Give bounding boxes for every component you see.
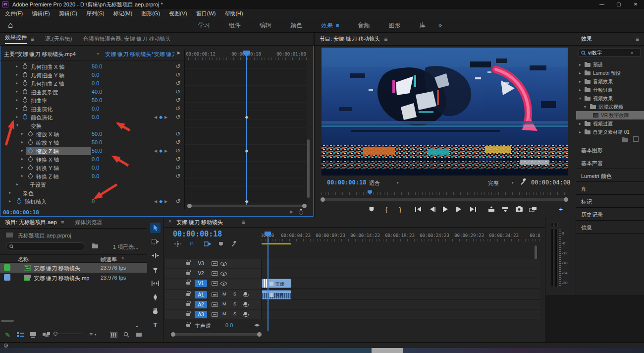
- workspace-assembly[interactable]: 组件: [229, 21, 241, 30]
- track-label-active[interactable]: A3: [195, 311, 207, 318]
- go-to-in-button[interactable]: [413, 204, 424, 214]
- chevron-down-icon[interactable]: ▾: [579, 96, 581, 101]
- label-chip-blue[interactable]: [4, 274, 10, 281]
- stopwatch-icon[interactable]: [28, 174, 33, 178]
- stopwatch-icon[interactable]: [28, 132, 33, 136]
- track-label[interactable]: V3: [195, 260, 207, 267]
- timeline-ruler[interactable]: :00:00 00:00:04:23 00:00:09:23 00:00:14:…: [262, 232, 540, 242]
- ripple-edit-tool[interactable]: [150, 250, 161, 261]
- zoom-handle-left[interactable]: [171, 332, 175, 337]
- sync-lock-icon[interactable]: [212, 271, 218, 276]
- close-tab-icon[interactable]: ×: [168, 219, 171, 224]
- mark-out-button[interactable]: }: [395, 204, 406, 214]
- chevron-right-icon[interactable]: ▸: [21, 157, 23, 161]
- project-search-box[interactable]: [6, 242, 85, 250]
- zoom-slider-knob[interactable]: [54, 332, 57, 336]
- solo-button[interactable]: S: [233, 292, 236, 296]
- next-keyframe-icon[interactable]: ▶: [164, 149, 169, 153]
- solo-button[interactable]: S: [233, 311, 236, 316]
- audio-clip[interactable]: 安娜: [262, 290, 291, 299]
- param-value[interactable]: 0.0: [92, 165, 99, 171]
- export-frame-camera-icon[interactable]: [514, 204, 525, 214]
- chevron-right-icon[interactable]: ▸: [579, 88, 581, 92]
- chevron-right-icon[interactable]: ▸: [579, 121, 581, 126]
- workspace-graphics[interactable]: 图形: [388, 21, 400, 30]
- hand-tool[interactable]: [150, 306, 161, 316]
- sync-lock-icon[interactable]: [212, 302, 218, 307]
- mark-in-button[interactable]: {: [381, 204, 392, 214]
- add-keyframe-icon[interactable]: ◆: [159, 199, 164, 204]
- taskbar-thumb[interactable]: [372, 348, 403, 353]
- stopwatch-icon[interactable]: [28, 166, 33, 170]
- keyframe-timeline[interactable]: [185, 60, 307, 203]
- next-clip-icon[interactable]: ▶: [177, 51, 180, 55]
- lock-icon[interactable]: [186, 272, 190, 275]
- search-bin-icon[interactable]: [92, 244, 98, 248]
- tab-source-monitor[interactable]: 源:(无剪辑): [45, 35, 72, 43]
- mute-button[interactable]: M: [222, 301, 226, 306]
- voiceover-mic-icon[interactable]: [244, 312, 247, 315]
- reset-icon[interactable]: ↺: [175, 114, 180, 120]
- timeline-timecode[interactable]: 00:00:00:18: [173, 230, 222, 238]
- stopwatch-icon[interactable]: [23, 81, 27, 86]
- new-custom-bin-icon[interactable]: [622, 138, 628, 142]
- workspace-learning[interactable]: 学习: [198, 21, 210, 30]
- voiceover-mic-icon[interactable]: [244, 292, 247, 295]
- keyframe-diamond[interactable]: ◆: [245, 199, 249, 204]
- panel-menu-icon[interactable]: ≡: [384, 36, 387, 43]
- stopwatch-icon[interactable]: [23, 107, 27, 111]
- lock-icon[interactable]: [186, 324, 190, 327]
- panel-history[interactable]: 历史记录: [576, 207, 644, 220]
- next-keyframe-icon[interactable]: ▶: [164, 115, 169, 119]
- tree-bin-custom-bin-01[interactable]: ▸ 自定义素材箱 01: [576, 128, 644, 136]
- ec-zoom-scrollbar[interactable]: [189, 205, 304, 207]
- column-name[interactable]: 名称: [18, 256, 29, 263]
- toggle-animation-legend-icon[interactable]: [299, 210, 303, 215]
- mute-button[interactable]: M: [222, 292, 226, 296]
- panel-essential-sound[interactable]: 基本声音: [576, 156, 644, 169]
- zoom-level-select[interactable]: 适合: [369, 179, 380, 187]
- extract-button[interactable]: [500, 204, 511, 214]
- param-value[interactable]: 0.0: [92, 80, 99, 86]
- program-ruler[interactable]: [322, 190, 568, 196]
- master-volume-value[interactable]: 0.0: [225, 322, 233, 328]
- mute-button[interactable]: M: [222, 311, 226, 316]
- panel-menu-icon[interactable]: ≡: [61, 219, 64, 226]
- track-a3[interactable]: A3MS: [165, 310, 540, 319]
- menu-file[interactable]: 文件(F): [5, 10, 23, 17]
- step-back-button[interactable]: [427, 204, 437, 214]
- chevron-right-icon[interactable]: ▸: [16, 182, 18, 186]
- chevron-right-icon[interactable]: ▸: [16, 89, 18, 94]
- minimize-button[interactable]: —: [593, 0, 610, 9]
- sort-ascending-icon[interactable]: ∧: [121, 256, 124, 260]
- timeline-vscrollbar[interactable]: [535, 245, 537, 259]
- chevron-right-icon[interactable]: ▸: [21, 131, 23, 136]
- tab-sequence[interactable]: 安娜 镰刀 移动镜头: [176, 219, 223, 226]
- chevron-right-icon[interactable]: ▸: [21, 148, 23, 153]
- workspace-editing[interactable]: 编辑: [260, 21, 271, 30]
- tree-bin-lumetri-presets[interactable]: ▸ Lumetri 预设: [576, 69, 644, 77]
- video-clip[interactable]: 安娜: [262, 279, 291, 288]
- track-label[interactable]: V2: [195, 270, 207, 277]
- home-icon[interactable]: ⌂: [8, 20, 13, 30]
- freeform-view-button[interactable]: [43, 327, 51, 342]
- writable-indicator-icon[interactable]: ✎: [5, 327, 10, 342]
- pen-tool[interactable]: [150, 292, 161, 302]
- tree-bin-video-effects[interactable]: ▾ 视频效果: [576, 94, 644, 103]
- zoom-slider-track[interactable]: [54, 334, 82, 334]
- linked-selection-icon[interactable]: [204, 241, 212, 247]
- chevron-down-icon[interactable]: ▾: [97, 52, 99, 56]
- chevron-right-icon[interactable]: ▸: [579, 79, 581, 84]
- nest-sequence-icon[interactable]: [174, 241, 181, 247]
- program-video-frame[interactable]: [322, 48, 568, 176]
- param-value[interactable]: 0.0: [92, 106, 99, 112]
- reset-icon[interactable]: ↺: [175, 105, 180, 112]
- effects-search-input[interactable]: [588, 50, 631, 56]
- menu-graphics[interactable]: 图形(G): [141, 10, 160, 17]
- param-value[interactable]: 0.0: [92, 72, 99, 78]
- master-clip-name[interactable]: 主要*安娜 镰刀 移动镜头.mp4: [4, 51, 76, 58]
- menu-window[interactable]: 窗口(W): [196, 10, 216, 17]
- program-zoom-scrollbar[interactable]: [322, 198, 568, 201]
- sync-lock-icon[interactable]: [212, 281, 218, 286]
- reset-icon[interactable]: ↺: [175, 173, 180, 179]
